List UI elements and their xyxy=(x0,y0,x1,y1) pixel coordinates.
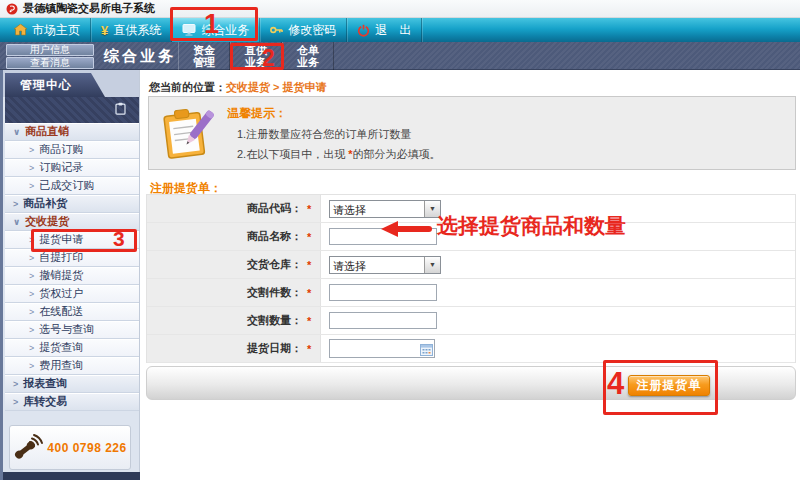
field-label-cell: 交货仓库： * xyxy=(147,251,321,278)
sidebar-item-product-direct-sale[interactable]: ∨商品直销 xyxy=(5,123,139,141)
sidebar-item-product-order[interactable]: >商品订购 xyxy=(5,141,139,159)
chevron-right-icon: > xyxy=(29,271,34,281)
chevron-right-icon: > xyxy=(29,145,34,155)
home-icon xyxy=(14,24,27,36)
subnav-item-funds-management[interactable]: 资金 管理 xyxy=(178,42,230,70)
sidebar-item-label: 库转交易 xyxy=(23,394,67,409)
lot-count-input[interactable] xyxy=(329,284,437,301)
sidebar-item-label: 交收提货 xyxy=(25,214,69,229)
sidebar-item-cancel-pickup[interactable]: >撤销提货 xyxy=(5,267,139,285)
subnav-item-warehouse-receipt[interactable]: 仓单 业务 xyxy=(282,42,334,70)
sidebar-item-fee-query[interactable]: >费用查询 xyxy=(5,357,139,375)
chevron-right-icon: > xyxy=(29,343,34,353)
sidebar-item-label: 提货查询 xyxy=(39,340,83,355)
form-row-warehouse: 交货仓库： * 请选择 xyxy=(147,251,795,279)
calendar-icon[interactable] xyxy=(420,342,433,360)
quantity-input[interactable] xyxy=(329,312,437,329)
subnav-items: 资金 管理 直供 业务 仓单 业务 xyxy=(178,42,334,70)
required-star: * xyxy=(307,259,316,271)
sidebar-item-product-restock[interactable]: >商品补货 xyxy=(5,195,139,213)
user-info-button[interactable]: 用户信息 xyxy=(6,44,94,56)
notice-line-1: 1.注册数量应符合您的订单所订数量 xyxy=(237,127,411,142)
sidebar-item-completed-orders[interactable]: >已成交订购 xyxy=(5,177,139,195)
menu-item-integrated-business[interactable]: 综合业务 xyxy=(172,18,260,42)
app-logo-icon xyxy=(6,3,18,15)
view-messages-button[interactable]: 查看消息 xyxy=(6,57,94,69)
field-label-cell: 商品名称： * xyxy=(147,223,321,250)
sidebar-item-delivery-pickup[interactable]: ∨交收提货 xyxy=(5,213,139,231)
chevron-right-icon: > xyxy=(29,163,34,173)
subnav-bar: 用户信息 查看消息 综合业务 资金 管理 直供 业务 仓单 业务 xyxy=(0,42,800,70)
sidebar-item-label: 费用查询 xyxy=(39,358,83,373)
form-row-pickup-date: 提货日期： * xyxy=(147,335,795,363)
sidebar-item-report-query[interactable]: >报表查询 xyxy=(5,375,139,393)
chevron-right-icon: > xyxy=(29,325,34,335)
clipboard-icon xyxy=(115,101,126,119)
field-label-cell: 提货日期： * xyxy=(147,335,321,362)
sidebar-item-label: 已成交订购 xyxy=(39,178,94,193)
pickup-date-input[interactable] xyxy=(329,339,435,358)
phone-card: 400 0798 226 xyxy=(9,425,131,470)
menu-item-change-password[interactable]: 修改密码 xyxy=(260,18,347,42)
field-control-cell: 请选择 xyxy=(321,251,795,278)
chevron-right-icon: > xyxy=(29,361,34,371)
menu-item-direct-supply-system[interactable]: ¥ 直供系统 xyxy=(91,18,172,42)
subnav-section-title: 综合业务 xyxy=(104,42,176,70)
dropdown-arrow-icon[interactable] xyxy=(424,201,440,217)
form-row-product-name: 商品名称： * xyxy=(147,223,795,251)
sidebar-item-label: 选号与查询 xyxy=(39,322,94,337)
sidebar-item-online-delivery[interactable]: >在线配送 xyxy=(5,303,139,321)
sidebar-item-number-select-query[interactable]: >选号与查询 xyxy=(5,321,139,339)
sidebar-item-warehouse-transfer[interactable]: >库转交易 xyxy=(5,393,139,411)
breadcrumb-path[interactable]: 交收提货 > 提货申请 xyxy=(226,81,327,93)
sidebar-menu: ∨商品直销 >商品订购 >订购记录 >已成交订购 >商品补货 ∨交收提货 >提货… xyxy=(5,123,139,411)
menu-item-logout[interactable]: 退 出 xyxy=(347,18,422,42)
sidebar-header-tab[interactable]: 管理中心 xyxy=(5,73,105,97)
dropdown-arrow-icon[interactable] xyxy=(424,257,440,273)
field-label-cell: 交割件数： * xyxy=(147,279,321,306)
sidebar-item-label: 货权过户 xyxy=(39,286,83,301)
menu-item-market-home[interactable]: 市场主页 xyxy=(4,18,91,42)
field-control-cell xyxy=(321,223,795,250)
submit-button[interactable]: 注册提货单 xyxy=(628,375,710,396)
menu-item-label: 修改密码 xyxy=(288,22,336,39)
sidebar-item-label: 商品补货 xyxy=(23,196,67,211)
chevron-right-icon: > xyxy=(13,397,18,407)
required-star: * xyxy=(307,343,316,355)
sidebar-item-label: 报表查询 xyxy=(23,376,67,391)
sidebar-item-pickup-query[interactable]: >提货查询 xyxy=(5,339,139,357)
subnav-item-line: 管理 xyxy=(179,56,229,68)
product-name-input[interactable] xyxy=(329,228,437,245)
warehouse-select[interactable]: 请选择 xyxy=(329,256,441,274)
sidebar-item-pickup-application[interactable]: >提货申请 xyxy=(5,231,139,249)
sidebar-item-ownership-transfer[interactable]: >货权过户 xyxy=(5,285,139,303)
subnav-item-direct-supply[interactable]: 直供 业务 xyxy=(230,42,282,70)
field-control-cell xyxy=(321,279,795,306)
sidebar-footer-strip xyxy=(3,472,140,480)
required-star: * xyxy=(307,287,316,299)
select-value: 请选择 xyxy=(330,257,424,273)
subnav-item-line: 业务 xyxy=(283,56,333,68)
notice-line-2-text: 的部分为必填项。 xyxy=(353,148,441,160)
sidebar-item-self-pickup-print[interactable]: >自提打印 xyxy=(5,249,139,267)
menu-item-label: 直供系统 xyxy=(113,22,161,39)
field-control-cell xyxy=(321,335,795,362)
breadcrumb: 您当前的位置：交收提货 > 提货申请 xyxy=(149,80,327,95)
subnav-item-line: 资金 xyxy=(179,44,229,56)
pickup-form: 商品代码： * 请选择 商品名称： * xyxy=(146,194,796,363)
required-star: * xyxy=(307,203,316,215)
field-label: 商品名称： xyxy=(247,229,302,244)
sidebar-item-label: 自提打印 xyxy=(39,250,83,265)
sidebar-item-label: 撤销提货 xyxy=(39,268,83,283)
select-value: 请选择 xyxy=(330,201,424,217)
subnav-item-line: 业务 xyxy=(231,56,281,68)
titlebar: 景德镇陶瓷交易所电子系统 xyxy=(0,0,800,18)
sidebar-toolbar-band xyxy=(5,97,139,123)
app-window: 景德镇陶瓷交易所电子系统 市场主页 ¥ 直供系统 综合业务 修改密码 xyxy=(0,0,800,480)
phone-number: 400 0798 226 xyxy=(47,441,126,455)
sidebar-item-order-records[interactable]: >订购记录 xyxy=(5,159,139,177)
sidebar-item-label: 订购记录 xyxy=(39,160,83,175)
product-code-select[interactable]: 请选择 xyxy=(329,200,441,218)
sidebar-tab-row: 管理中心 xyxy=(3,70,139,97)
key-icon xyxy=(270,24,283,36)
